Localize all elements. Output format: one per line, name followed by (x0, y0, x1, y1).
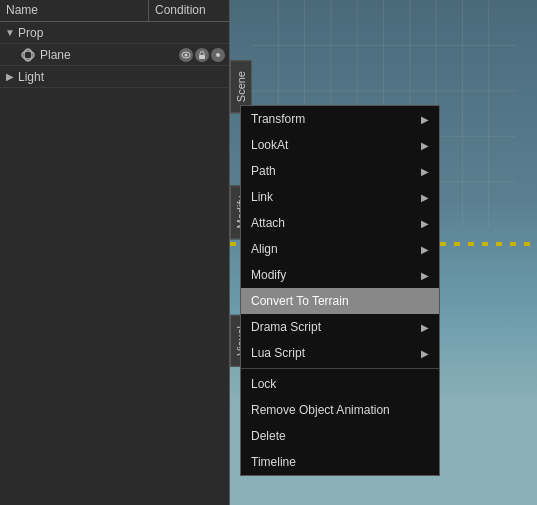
plane-icons-group (179, 48, 225, 62)
tree-row-prop[interactable]: ▼ Prop (0, 22, 229, 44)
menu-label-lookat: LookAt (251, 138, 288, 152)
plane-icon (20, 47, 36, 63)
context-menu: Transform ▶ LookAt ▶ Path ▶ Link ▶ Attac… (240, 105, 440, 476)
menu-label-delete: Delete (251, 429, 286, 443)
eye-icon[interactable] (179, 48, 193, 62)
submenu-arrow-drama-script: ▶ (421, 322, 429, 333)
menu-label-drama-script: Drama Script (251, 320, 321, 334)
menu-item-convert-terrain[interactable]: Convert To Terrain (241, 288, 439, 314)
light-label: Light (18, 70, 44, 84)
menu-item-drama-script[interactable]: Drama Script ▶ (241, 314, 439, 340)
svg-point-3 (185, 53, 188, 56)
menu-item-timeline[interactable]: Timeline (241, 449, 439, 475)
menu-label-lua-script: Lua Script (251, 346, 305, 360)
menu-item-lua-script[interactable]: Lua Script ▶ (241, 340, 439, 366)
menu-label-modify: Modify (251, 268, 286, 282)
main-container: Name Condition ▼ Prop Plane (0, 0, 537, 505)
menu-item-lookat[interactable]: LookAt ▶ (241, 132, 439, 158)
menu-item-link[interactable]: Link ▶ (241, 184, 439, 210)
expand-arrow-light: ▶ (4, 71, 16, 83)
expand-arrow-prop: ▼ (4, 27, 16, 39)
menu-label-convert-terrain: Convert To Terrain (251, 294, 349, 308)
right-area: Scene Modify Visual Transform ▶ LookAt ▶… (230, 0, 537, 505)
submenu-arrow-link: ▶ (421, 192, 429, 203)
menu-item-lock[interactable]: Lock (241, 371, 439, 397)
submenu-arrow-transform: ▶ (421, 114, 429, 125)
menu-item-attach[interactable]: Attach ▶ (241, 210, 439, 236)
submenu-arrow-attach: ▶ (421, 218, 429, 229)
menu-item-align[interactable]: Align ▶ (241, 236, 439, 262)
submenu-arrow-lua-script: ▶ (421, 348, 429, 359)
svg-rect-4 (199, 55, 205, 59)
menu-divider-1 (241, 368, 439, 369)
panel-header: Name Condition (0, 0, 229, 22)
menu-item-transform[interactable]: Transform ▶ (241, 106, 439, 132)
menu-item-path[interactable]: Path ▶ (241, 158, 439, 184)
menu-label-timeline: Timeline (251, 455, 296, 469)
lock-icon[interactable] (195, 48, 209, 62)
menu-item-delete[interactable]: Delete (241, 423, 439, 449)
tree-row-light[interactable]: ▶ Light (0, 66, 229, 88)
plane-label: Plane (40, 48, 71, 62)
menu-label-align: Align (251, 242, 278, 256)
submenu-arrow-lookat: ▶ (421, 140, 429, 151)
prop-label: Prop (18, 26, 43, 40)
submenu-arrow-modify: ▶ (421, 270, 429, 281)
submenu-arrow-path: ▶ (421, 166, 429, 177)
menu-item-modify[interactable]: Modify ▶ (241, 262, 439, 288)
svg-point-5 (216, 53, 220, 57)
viewport: Scene Modify Visual Transform ▶ LookAt ▶… (230, 0, 537, 505)
left-panel: Name Condition ▼ Prop Plane (0, 0, 230, 505)
tree-row-plane[interactable]: Plane (0, 44, 229, 66)
menu-label-path: Path (251, 164, 276, 178)
condition-column-header: Condition (149, 0, 229, 21)
menu-label-remove-animation: Remove Object Animation (251, 403, 390, 417)
menu-label-transform: Transform (251, 112, 305, 126)
submenu-arrow-align: ▶ (421, 244, 429, 255)
menu-label-link: Link (251, 190, 273, 204)
name-column-header: Name (0, 0, 149, 21)
dot-icon[interactable] (211, 48, 225, 62)
menu-label-lock: Lock (251, 377, 276, 391)
menu-label-attach: Attach (251, 216, 285, 230)
menu-item-remove-animation[interactable]: Remove Object Animation (241, 397, 439, 423)
